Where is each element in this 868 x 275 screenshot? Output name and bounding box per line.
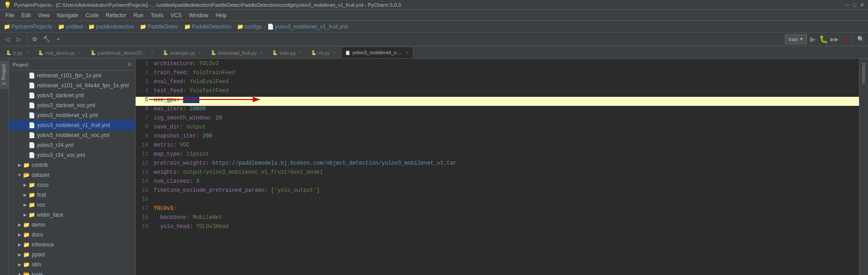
close-button[interactable]: ✕ (860, 2, 864, 8)
sidebar-folder-tools[interactable]: ▼📂tools (9, 270, 135, 275)
yaml-value: MobileNet (193, 214, 222, 221)
line-content[interactable]: map_type: 11point (154, 151, 852, 157)
breadcrumb-item[interactable]: 📁PaddleDetec (140, 24, 179, 30)
toolbar-sep2 (853, 35, 853, 44)
stop-button[interactable]: ■ (840, 34, 850, 44)
folder-icon: 📁 (28, 211, 35, 218)
toolbar-add-button[interactable]: + (53, 34, 64, 45)
line-content[interactable]: metric: VOC (154, 142, 852, 148)
breadcrumb-item[interactable]: 📁configs (237, 24, 262, 30)
tab-paddlehub_demo20191130-py[interactable]: 🐍paddlehub_demo20191130.py× (86, 47, 159, 58)
sidebar-folder-ppdet[interactable]: ▶📁ppdet (9, 250, 135, 260)
line-content[interactable]: num_classes: 3 (154, 178, 852, 185)
yaml-key: weights (154, 169, 176, 175)
tab-mul_demo-py[interactable]: 🐍mul_demo.py× (34, 47, 86, 58)
menu-item-help[interactable]: Help (212, 10, 231, 20)
sidebar-folder-demo[interactable]: ▶📁demo (9, 220, 135, 230)
sidebar-folder-coco[interactable]: ▶📁coco (9, 180, 135, 190)
search-everywhere-button[interactable]: 🔍 (855, 34, 866, 45)
tab-close-button[interactable]: × (197, 50, 203, 56)
tab-file-icon: 🐍 (311, 50, 316, 55)
tab-train-py[interactable]: 🐍train.py× (268, 47, 307, 58)
sidebar-folder-inference[interactable]: ▶📁inference (9, 240, 135, 250)
breadcrumb-item[interactable]: 📁paddledetection (88, 24, 134, 30)
menu-item-code[interactable]: Code (82, 10, 102, 20)
line-content[interactable]: yolo_head: YOLOv3Head (154, 223, 852, 230)
left-tab-panel: 1: Project (0, 59, 9, 275)
sidebar-file-yolov3_r34_voc.yml[interactable]: 📄yolov3_r34_voc.yml (9, 150, 135, 160)
tab-yolov3_mobilenet_v1_fruit-yml[interactable]: 📋yolov3_mobilenet_v1_fruit.yml× (341, 47, 413, 58)
sidebar-folder-slim[interactable]: ▶📁slim (9, 260, 135, 270)
breadcrumb-item[interactable]: 📁PycharmProjects (4, 24, 52, 30)
run-button[interactable]: ▶ (808, 34, 818, 44)
tab-close-button[interactable]: × (24, 50, 30, 56)
menu-item-tools[interactable]: Tools (147, 10, 167, 20)
sidebar-file-yolov3_mobilenet_v1_fruit.yml[interactable]: 📄yolov3_mobilenet_v1_fruit.yml (9, 120, 135, 130)
menu-item-file[interactable]: File (2, 10, 18, 20)
menu-item-run[interactable]: Run (130, 10, 147, 20)
run-config-selector[interactable]: train ▾ (785, 34, 807, 44)
toolbar-build-button[interactable]: 🔨 (41, 34, 52, 45)
sidebar-folder-fruit[interactable]: ▶📁fruit (9, 190, 135, 200)
toolbar-back-button[interactable]: ◁ (2, 34, 13, 45)
menu-item-vcs[interactable]: VCS (167, 10, 185, 20)
sidebar-folder-docs[interactable]: ▶📁docs (9, 230, 135, 240)
line-content[interactable]: backbone: MobileNet (154, 214, 852, 221)
sidebar-file-retinanet_x101_vd_64x4d_fpn_1x.yml[interactable]: 📄retinanet_x101_vd_64x4d_fpn_1x.yml (9, 81, 135, 90)
sidebar-file-yolov3_mobilenet_v1_voc.yml[interactable]: 📄yolov3_mobilenet_v1_voc.yml (9, 130, 135, 140)
line-content[interactable]: pretrain_weights: https://paddlemodels.b… (154, 160, 852, 166)
run-coverage-button[interactable]: ▶▶ (830, 34, 840, 44)
line-content[interactable]: architecture: YOLOv3 (154, 61, 852, 67)
toolbar-forward-button[interactable]: ▷ (14, 34, 24, 45)
editor-line-4: 4test_feed: YoloTestFeed (136, 88, 859, 97)
line-content[interactable]: YOLOv3: (154, 205, 852, 212)
sidebar-folder-voc[interactable]: ▶📁voc (9, 200, 135, 210)
sidebar-file-yolov3_r34.yml[interactable]: 📄yolov3_r34.yml (9, 140, 135, 150)
tab-close-button[interactable]: × (259, 50, 264, 56)
breadcrumb-item[interactable]: 📄yolov3_mobilenet_v1_fruit.yml (267, 24, 348, 30)
line-content[interactable]: finetune_exclude_pretrained_params: ['yo… (154, 187, 852, 194)
sidebar-file-yolov3_mobilenet_v1.yml[interactable]: 📄yolov3_mobilenet_v1.yml (9, 110, 135, 120)
maximize-button[interactable]: □ (853, 2, 856, 8)
line-content[interactable]: test_feed: YoloTestFeed (154, 88, 852, 94)
tab-close-button[interactable]: × (331, 50, 337, 56)
sidebar-folder-dataset[interactable]: ▼📂dataset (9, 170, 135, 180)
debug-button[interactable]: 🐛 (819, 34, 829, 44)
sidebar-settings-button[interactable]: ⚙ (127, 62, 132, 67)
tab-close-button[interactable]: × (151, 50, 155, 56)
tab-close-button[interactable]: × (405, 50, 409, 55)
database-panel-tab[interactable]: Database (860, 59, 868, 87)
line-content[interactable]: log_smooth_window: 20 (154, 115, 852, 121)
editor[interactable]: 1architecture: YOLOv32train_feed: YoloTr… (136, 59, 859, 275)
tab-close-button[interactable]: × (77, 50, 82, 56)
breadcrumb-item[interactable]: 📁PaddleDetection (184, 24, 231, 30)
tree-indent-spacer (11, 261, 16, 268)
toolbar-settings-button[interactable]: ⚙ (29, 34, 40, 45)
tab-close-button[interactable]: × (297, 50, 303, 56)
line-content[interactable]: save_dir: output (154, 124, 852, 130)
line-content[interactable]: snapshot_iter: 200 (154, 133, 852, 139)
line-content[interactable]: train_feed: YoloTrainFeed (154, 70, 852, 76)
line-content[interactable]: max_iters: 20000 (154, 106, 852, 112)
menu-item-refactor[interactable]: Refactor (102, 10, 130, 20)
line-content[interactable]: eval_feed: YoloEvalFeed (154, 79, 852, 85)
sidebar-file-yolov3_darknet_voc.yml[interactable]: 📄yolov3_darknet_voc.yml (9, 100, 135, 110)
tab-example-py[interactable]: 🐍example.py× (159, 47, 207, 58)
menu-item-edit[interactable]: Edit (18, 10, 34, 20)
line-content[interactable]: use_gpu: false (154, 97, 852, 103)
project-tab[interactable]: 1: Project (0, 61, 9, 89)
breadcrumb-item[interactable]: 📁untitled (58, 24, 83, 30)
sidebar-file-yolov3_darknet.yml[interactable]: 📄yolov3_darknet.yml (9, 90, 135, 100)
menu-item-window[interactable]: Window (185, 10, 212, 20)
sidebar-folder-contrib[interactable]: ▶📁contrib (9, 160, 135, 170)
minimize-button[interactable]: ─ (845, 2, 849, 8)
menu-item-view[interactable]: View (34, 10, 53, 20)
tab-b-py[interactable]: 🐍b.py× (2, 47, 34, 58)
sidebar-file-retinanet_r101_fpn_1x.yml[interactable]: 📄retinanet_r101_fpn_1x.yml (9, 71, 135, 81)
tree-indent-spacer (11, 192, 22, 198)
menu-item-navigate[interactable]: Navigate (53, 10, 82, 20)
line-content[interactable]: weights: output/yolov3_mobilenet_v1_frui… (154, 169, 852, 175)
sidebar-folder-wider_face[interactable]: ▶📁wider_face (9, 210, 135, 220)
tab-cli-py[interactable]: 🐍cli.py× (307, 47, 341, 58)
tab-download_fruit-py[interactable]: 🐍download_fruit.py× (207, 47, 268, 58)
